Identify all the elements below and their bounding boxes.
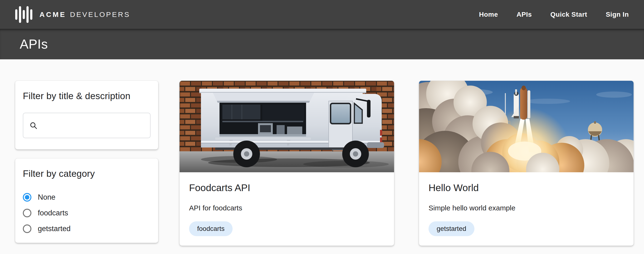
search-input[interactable] bbox=[42, 121, 144, 130]
brand-name: ACME DEVELOPERS bbox=[40, 11, 130, 19]
page-title: APIs bbox=[20, 37, 48, 52]
nav-item-home[interactable]: Home bbox=[479, 11, 498, 18]
api-card-title: Hello World bbox=[428, 181, 624, 195]
radio-option-none[interactable]: None bbox=[23, 189, 150, 205]
search-box[interactable] bbox=[23, 113, 150, 138]
api-card-category-chip[interactable]: getstarted bbox=[428, 221, 474, 236]
api-card-category-chip[interactable]: foodcarts bbox=[189, 221, 232, 236]
top-nav: ACME DEVELOPERS Home APIs Quick Start Si… bbox=[0, 0, 644, 29]
nav-item-quick-start[interactable]: Quick Start bbox=[550, 11, 587, 18]
api-card-title: Foodcarts API bbox=[189, 181, 384, 195]
page-title-band: APIs bbox=[0, 29, 644, 59]
content: Filter by title & description Filter by … bbox=[0, 59, 644, 254]
api-card-helloworld[interactable]: Hello World Simple hello world example g… bbox=[419, 81, 634, 246]
radio-option-getstarted[interactable]: getstarted bbox=[23, 221, 150, 237]
filter-title-card: Filter by title & description bbox=[15, 81, 158, 149]
foodcarts-api-image bbox=[180, 81, 394, 172]
nav-item-apis[interactable]: APIs bbox=[516, 11, 532, 18]
search-icon bbox=[30, 121, 38, 130]
api-card-foodcarts[interactable]: Foodcarts API API for foodcarts foodcart… bbox=[180, 81, 394, 246]
waveform-bars-icon bbox=[15, 6, 32, 23]
filter-category-card: Filter by category None foodcarts getsta… bbox=[15, 159, 158, 243]
radio-option-label: foodcarts bbox=[38, 209, 68, 217]
api-card-body: Foodcarts API API for foodcarts foodcart… bbox=[180, 172, 394, 236]
api-card-description: API for foodcarts bbox=[189, 203, 384, 213]
api-card-description: Simple hello world example bbox=[428, 203, 624, 213]
brand[interactable]: ACME DEVELOPERS bbox=[15, 6, 130, 23]
brand-name-secondary: DEVELOPERS bbox=[70, 11, 130, 19]
radio-icon bbox=[23, 224, 32, 233]
radio-option-label: getstarted bbox=[38, 224, 71, 233]
radio-icon bbox=[23, 193, 32, 202]
main-nav: Home APIs Quick Start Sign In bbox=[479, 11, 629, 18]
radio-option-label: None bbox=[38, 193, 56, 202]
filter-title-heading: Filter by title & description bbox=[23, 91, 150, 101]
hello-world-image bbox=[419, 81, 634, 172]
category-radio-group: None foodcarts getstarted bbox=[23, 189, 150, 237]
nav-item-sign-in[interactable]: Sign In bbox=[606, 11, 629, 18]
filter-category-heading: Filter by category bbox=[23, 169, 150, 179]
radio-icon bbox=[23, 209, 32, 217]
api-card-body: Hello World Simple hello world example g… bbox=[419, 172, 634, 236]
brand-name-primary: ACME bbox=[40, 11, 66, 19]
radio-option-foodcarts[interactable]: foodcarts bbox=[23, 205, 150, 221]
